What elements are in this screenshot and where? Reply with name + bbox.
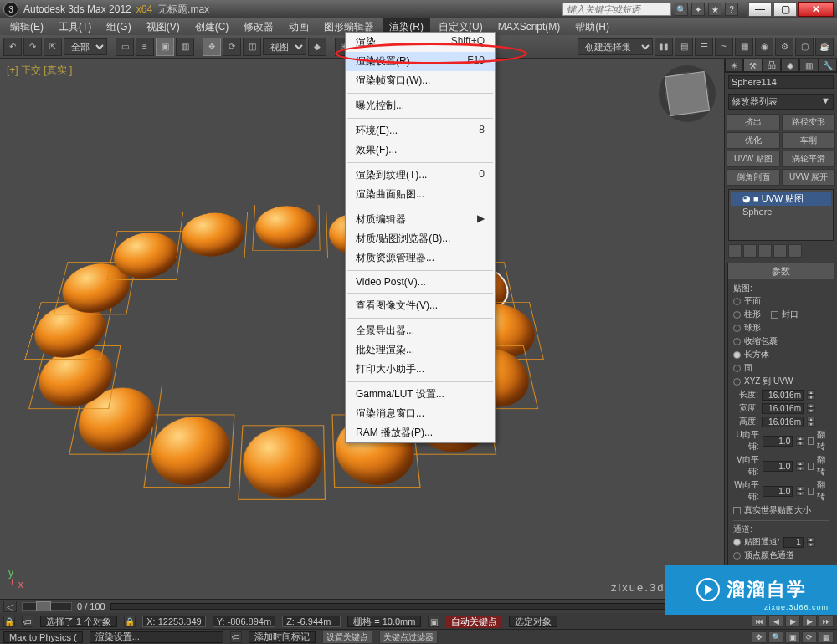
mod-btn-pathdeform[interactable]: 路径变形: [782, 114, 835, 130]
stack-remove-button[interactable]: [773, 244, 787, 258]
link-button[interactable]: ⇱: [44, 38, 62, 56]
mod-btn-uvwmap[interactable]: UVW 贴图: [727, 151, 780, 167]
curve-editor-button[interactable]: ~: [715, 38, 733, 56]
mod-btn-uvwunwrap[interactable]: UVW 展开: [782, 169, 835, 186]
window-minimize-button[interactable]: —: [748, 2, 772, 17]
map-shrinkwrap[interactable]: 收缩包裹: [733, 335, 829, 348]
select-object-button[interactable]: ▭: [116, 38, 134, 56]
w-tile-spinner[interactable]: W向平铺:1.0▲▼翻转: [733, 478, 829, 503]
app-logo-icon[interactable]: 3: [3, 2, 18, 17]
panel-tab-hierarchy[interactable]: 品: [763, 59, 781, 72]
map-channel-radio[interactable]: 贴图通道:1▲▼: [733, 535, 829, 549]
nav-zoom-button[interactable]: 🔍: [768, 631, 783, 643]
rollout-parameters-header[interactable]: 参数: [728, 263, 834, 279]
dropdown-item[interactable]: 渲染帧窗口(W)...: [346, 71, 495, 90]
redo-button[interactable]: ↷: [23, 38, 42, 56]
dropdown-item[interactable]: 渲染曲面贴图...: [346, 185, 495, 204]
dropdown-item[interactable]: Gamma/LUT 设置...: [346, 385, 495, 404]
time-slider[interactable]: [22, 602, 72, 611]
stack-unique-button[interactable]: [758, 244, 772, 258]
dropdown-item[interactable]: 效果(F)...: [346, 141, 495, 160]
stack-item-uvwmap[interactable]: ◕ ■ UVW 贴图: [731, 192, 831, 206]
dropdown-item[interactable]: Video Post(V)...: [346, 273, 495, 290]
play-button[interactable]: ▶: [785, 616, 800, 627]
mod-btn-turbosmooth[interactable]: 涡轮平滑: [782, 151, 835, 167]
menu-tools[interactable]: 工具(T): [52, 18, 98, 36]
length-spinner[interactable]: 长度:16.016m▲▼: [733, 388, 829, 401]
use-pivot-button[interactable]: ◆: [308, 38, 326, 56]
panel-tab-modify[interactable]: ⚒: [743, 59, 762, 72]
v-tile-spinner[interactable]: V向平铺:1.0▲▼翻转: [733, 453, 829, 478]
dropdown-item[interactable]: 材质/贴图浏览器(B)...: [346, 229, 495, 248]
dropdown-item[interactable]: 环境(E)...8: [346, 121, 495, 141]
mod-btn-bevelprofile[interactable]: 倒角剖面: [727, 169, 780, 186]
mod-btn-lathe[interactable]: 车削: [782, 132, 835, 149]
goto-end-button[interactable]: ⏭: [819, 616, 834, 627]
menu-modifiers[interactable]: 修改器: [237, 18, 280, 36]
render-setup-button[interactable]: ⚙: [775, 38, 793, 56]
menu-views[interactable]: 视图(V): [140, 18, 187, 36]
dropdown-item[interactable]: 材质编辑器▶: [346, 210, 495, 229]
map-box[interactable]: 长方体: [733, 348, 829, 361]
key-mode-icon[interactable]: 🔒: [3, 616, 15, 627]
nav-orbit-button[interactable]: ⟳: [802, 631, 817, 643]
panel-tab-create[interactable]: ✳: [725, 59, 743, 72]
selset-label[interactable]: 选定对象: [509, 616, 557, 627]
stack-config-button[interactable]: [788, 244, 802, 258]
selection-filter-select[interactable]: 全部: [64, 38, 107, 55]
nav-pan-button[interactable]: ✥: [752, 631, 767, 643]
coord-z[interactable]: Z: -6.944m: [282, 616, 341, 627]
align-button[interactable]: ▤: [675, 38, 693, 56]
move-button[interactable]: ✥: [203, 38, 221, 56]
dropdown-item[interactable]: 打印大小助手...: [346, 360, 495, 379]
dropdown-item[interactable]: 材质资源管理器...: [346, 248, 495, 268]
comm-center-icon[interactable]: ✦: [691, 3, 705, 16]
set-key-button[interactable]: 设置关键点: [322, 631, 372, 644]
favorite-icon[interactable]: ★: [708, 3, 721, 16]
mod-btn-optimize[interactable]: 优化: [727, 132, 780, 149]
width-spinner[interactable]: 宽度:16.016m▲▼: [733, 401, 829, 415]
dropdown-item[interactable]: 曝光控制...: [346, 96, 495, 115]
panel-tab-utilities[interactable]: 🔧: [819, 59, 837, 72]
render-button[interactable]: ☕: [815, 38, 834, 56]
select-by-name-button[interactable]: ≡: [136, 38, 154, 56]
named-selection-select[interactable]: 创建选择集: [578, 38, 653, 55]
panel-tab-display[interactable]: ▥: [799, 59, 818, 72]
stack-show-button[interactable]: [743, 244, 757, 258]
auto-key-button[interactable]: 自动关键点: [446, 616, 502, 628]
material-editor-button[interactable]: ◉: [755, 38, 773, 56]
dropdown-item[interactable]: RAM 播放器(P)...: [346, 423, 495, 442]
next-frame-button[interactable]: ▶: [802, 616, 817, 627]
dropdown-item[interactable]: 渲染到纹理(T)...0: [346, 166, 495, 185]
select-region-button[interactable]: ▣: [156, 38, 174, 56]
vertex-color-channel-radio[interactable]: 顶点颜色通道: [733, 549, 829, 562]
dropdown-item[interactable]: 查看图像文件(V)...: [346, 296, 495, 315]
nav-max-toggle-button[interactable]: ▦: [819, 631, 834, 643]
coord-x[interactable]: X: 12253.849: [142, 616, 205, 627]
window-close-button[interactable]: ✕: [798, 2, 834, 17]
help-icon[interactable]: ?: [725, 3, 738, 16]
rotate-button[interactable]: ⟳: [223, 38, 241, 56]
schematic-view-button[interactable]: ▦: [735, 38, 753, 56]
map-cylindrical[interactable]: 柱形 封口: [733, 308, 829, 321]
dropdown-item[interactable]: 批处理渲染...: [346, 340, 495, 360]
time-slider-left-icon[interactable]: ◁: [3, 601, 17, 612]
isolate-icon[interactable]: ▣: [428, 616, 439, 627]
key-filters-button[interactable]: 关键点过滤器: [379, 631, 438, 644]
height-spinner[interactable]: 高度:16.016m▲▼: [733, 415, 829, 428]
dropdown-item[interactable]: 渲染消息窗口...: [346, 404, 495, 423]
map-face[interactable]: 面: [733, 361, 829, 375]
menu-create[interactable]: 创建(C): [188, 18, 236, 36]
map-planar[interactable]: 平面: [733, 294, 829, 308]
coord-y[interactable]: Y: -806.894m: [213, 616, 275, 627]
dropdown-item[interactable]: 渲染Shift+Q: [346, 33, 495, 52]
stack-pin-button[interactable]: [728, 244, 742, 258]
dropdown-item[interactable]: 渲染设置(R)...F10: [346, 52, 495, 71]
modifier-stack[interactable]: ◕ ■ UVW 贴图 Sphere: [728, 189, 834, 241]
menu-edit[interactable]: 编辑(E): [3, 18, 50, 36]
render-frame-button[interactable]: ▢: [795, 38, 814, 56]
viewport-label[interactable]: [+] 正交 [真实 ]: [7, 64, 72, 78]
help-search-input[interactable]: [562, 3, 671, 16]
realworld-check[interactable]: 真实世界贴图大小: [733, 503, 829, 517]
ref-coord-select[interactable]: 视图: [263, 38, 306, 55]
